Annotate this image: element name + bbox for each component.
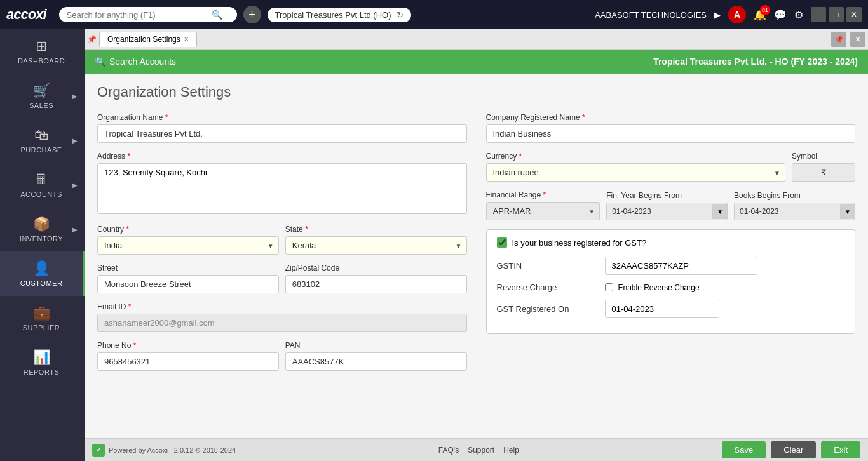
window-pin-btn[interactable]: 📌 [831,32,846,47]
content-area: 📌 Organization Settings × 📌 ✕ 🔍 Search A… [85,29,868,461]
street-group: Street [97,264,279,293]
maximize-button[interactable]: □ [829,7,844,22]
notification-badge[interactable]: 🔔 81 [754,9,766,21]
supplier-icon: 💼 [33,305,50,321]
books-date-input: ▼ [734,203,855,220]
sidebar-label-reports: REPORTS [24,368,59,376]
sales-icon: 🛒 [33,83,50,99]
email-input[interactable] [97,314,467,332]
phone-group: Phone No * [97,341,279,371]
chat-icon[interactable]: 💬 [774,9,787,21]
minimize-button[interactable]: — [811,7,826,22]
accounts-expand-icon: ▶ [72,182,78,189]
street-zip-row: Street Zip/Postal Code [97,264,467,293]
sidebar-label-customer: CUSTOMER [20,279,63,287]
sidebar-item-inventory[interactable]: 📦 INVENTORY ▶ [0,207,85,251]
zip-label: Zip/Postal Code [285,264,467,272]
symbol-label: Symbol [792,152,855,161]
org-name-group: Organization Name * [97,113,467,143]
sidebar-label-purchase: PURCHASE [20,146,62,154]
zip-input[interactable] [285,275,467,293]
bottom-links: FAQ's Support Help [438,446,519,455]
books-input[interactable] [735,203,840,220]
symbol-group: Symbol [792,152,855,182]
pin-icon[interactable]: 📌 [87,35,97,44]
gstin-input[interactable] [605,257,757,275]
sidebar-item-customer[interactable]: 👤 CUSTOMER [0,251,85,296]
address-textarea[interactable]: 123, Serenity Square, Kochi [97,163,467,214]
phone-label: Phone No * [97,341,279,350]
enable-reverse-label: Enable Reverse Charge [618,283,700,292]
help-link[interactable]: Help [503,446,519,455]
faq-link[interactable]: FAQ's [438,446,459,455]
org-name-label: Organization Name * [97,113,467,122]
address-label: Address * [97,152,467,161]
fin-year-label: Fin. Year Begins From [606,191,728,200]
company-name: AABASOFT TECHNOLOGIES [595,10,707,20]
search-icon: 🔍 [95,57,105,67]
avatar: A [728,6,746,23]
search-icon-button[interactable]: 🔍 [212,10,222,20]
address-group: Address * 123, Serenity Square, Kochi [97,152,467,216]
search-input[interactable] [67,10,207,20]
tab-close-button[interactable]: × [184,35,189,44]
phone-input[interactable] [97,352,279,371]
org-selector-label: Tropical Treasures Pvt Ltd.(HO) [275,10,391,20]
reports-icon: 📊 [33,349,50,366]
add-button[interactable]: + [243,6,261,23]
search-accounts-button[interactable]: 🔍 Search Accounts [95,57,176,67]
email-label: Email ID * [97,302,467,311]
reverse-charge-checkbox[interactable] [605,283,613,291]
form-area: Organization Settings Organization Name … [85,74,868,438]
currency-select[interactable]: Indian rupee [486,163,786,182]
sidebar-item-supplier[interactable]: 💼 SUPPLIER [0,296,85,340]
company-reg-label: Company Registered Name * [486,113,856,122]
address-textarea-wrapper: 123, Serenity Square, Kochi [97,163,467,216]
street-input[interactable] [97,275,279,293]
fin-year-input[interactable] [607,203,712,220]
support-link[interactable]: Support [468,446,494,455]
fin-year-calendar-button[interactable]: ▼ [712,204,727,219]
inventory-icon: 📦 [33,216,50,232]
state-label: State * [285,225,467,234]
sidebar-item-dashboard[interactable]: ⊞ DASHBOARD [0,29,85,74]
window-close-btn[interactable]: ✕ [850,32,865,47]
email-group: Email ID * [97,302,467,332]
org-selector[interactable]: Tropical Treasures Pvt Ltd.(HO) ↻ [268,8,411,22]
save-button[interactable]: Save [722,441,766,458]
sidebar-item-purchase[interactable]: 🛍 PURCHASE ▶ [0,118,85,163]
gst-box: Is your business registered for GST? GST… [486,229,856,334]
close-button[interactable]: ✕ [846,7,862,22]
exit-button[interactable]: Exit [821,441,860,458]
pan-input[interactable] [285,352,467,371]
books-calendar-button[interactable]: ▼ [840,204,855,219]
gst-reg-label: GST Registered On [497,304,599,314]
reverse-charge-row: Reverse Charge Enable Reverse Charge [497,283,845,292]
refresh-icon[interactable]: ↻ [397,10,403,20]
gst-checkbox[interactable] [497,237,507,248]
fin-range-select[interactable]: APR-MAR [486,202,600,220]
tab-label: Organization Settings [107,35,180,44]
gst-reg-input[interactable] [606,300,719,317]
pan-label: PAN [285,341,467,350]
page-title: Organization Settings [97,84,855,100]
state-select[interactable]: Kerala [285,236,467,255]
form-grid: Organization Name * Address * 123, Seren… [97,113,855,380]
purchase-icon: 🛍 [34,127,48,144]
sidebar-item-sales[interactable]: 🛒 SALES ▶ [0,74,85,118]
company-reg-input[interactable] [486,124,856,143]
org-name-input[interactable] [97,124,467,143]
sidebar-item-reports[interactable]: 📊 REPORTS [0,340,85,385]
reverse-charge-label: Reverse Charge [497,283,599,292]
country-select[interactable]: India [97,236,279,255]
bottom-bar: ✓ Powered by Accoxi - 2.0.12 © 2018-2024… [85,438,868,461]
sidebar-item-accounts[interactable]: 🖩 ACCOUNTS ▶ [0,163,85,207]
fin-year-group: Fin. Year Begins From ▼ [606,191,728,220]
dashboard-icon: ⊞ [36,38,47,55]
reverse-check-row: Enable Reverse Charge [605,283,845,292]
right-column: Company Registered Name * Currency * [486,113,856,380]
fin-range-group: Financial Range * APR-MAR [486,190,600,220]
gear-icon[interactable]: ⚙ [794,9,803,21]
tab-org-settings[interactable]: Organization Settings × [99,32,197,47]
clear-button[interactable]: Clear [771,441,816,458]
